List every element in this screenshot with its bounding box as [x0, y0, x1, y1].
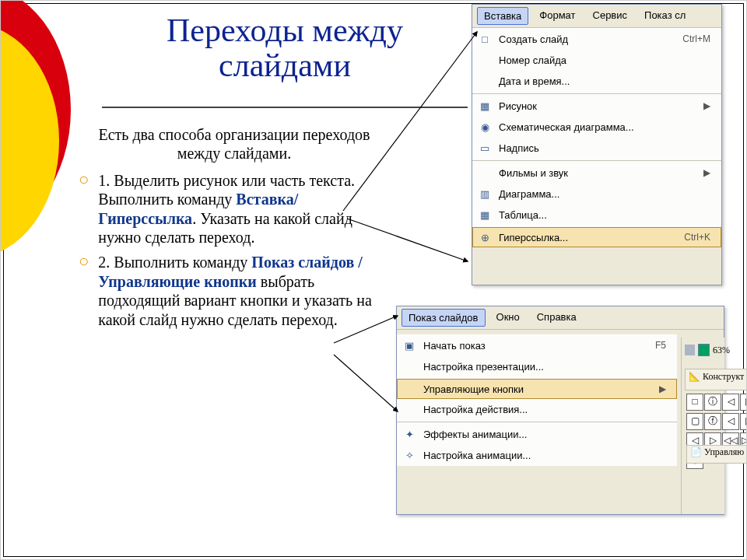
menu-item-shortcut: F5 [655, 340, 666, 351]
menu-item-label: Номер слайда [499, 54, 710, 66]
menu-item-label: Таблица... [499, 209, 710, 221]
insert-menubar: Вставка Формат Сервис Показ сл [472, 5, 721, 28]
zoom-value[interactable]: 63% [713, 345, 730, 356]
tab-slideshow[interactable]: Показ сл [638, 7, 692, 25]
menu-item-icon [402, 382, 417, 396]
menu-item[interactable]: Фильмы и звук▶ [472, 160, 721, 184]
list-item: ○ 2. Выполнить команду Показ слайдов / У… [79, 253, 390, 329]
menu-item-label: Гиперссылка... [499, 232, 678, 243]
menu-item-icon: ◉ [477, 120, 493, 134]
action-button[interactable]: ▷ [740, 394, 747, 411]
menu-item[interactable]: ▦Рисунок▶ [472, 93, 721, 117]
menu-item-icon: ✦ [402, 427, 417, 441]
menu-item-label: Управляющие кнопки [423, 383, 653, 395]
menu-item[interactable]: Настройка презентации... [397, 356, 677, 377]
action-buttons-label[interactable]: 📄 Управляю [686, 445, 747, 464]
title-rule [102, 107, 468, 108]
bullet-icon: ○ [79, 253, 89, 329]
menu-item-label: Фильмы и звук [499, 167, 697, 179]
item2-num: 2. [98, 254, 114, 271]
menu-item-label: Эффекты анимации... [423, 429, 666, 440]
menu-item-icon: ⊕ [477, 230, 493, 244]
tab-insert[interactable]: Вставка [477, 7, 528, 25]
aa-icon[interactable] [685, 345, 695, 355]
designer-label: Конструкт [703, 371, 744, 382]
item1-a: Выделить рисунок или часть текста. Выпол… [98, 172, 355, 208]
item1-num: 1. [98, 172, 114, 189]
menu-item[interactable]: ◉Схематическая диаграмма... [472, 117, 721, 138]
menu-item-icon: ▭ [477, 141, 493, 155]
menu-item-icon: ✧ [402, 448, 417, 462]
item2-a: Выполнить команду [114, 254, 251, 271]
slideshow-menu-panel: Показ слайдов Окно Справка ▣Начать показ… [396, 306, 724, 515]
menu-item-label: Настройка анимации... [423, 450, 666, 461]
action-button[interactable]: ▢ [686, 413, 703, 430]
menu-item-shortcut: Ctrl+M [682, 33, 710, 44]
tab-format[interactable]: Формат [533, 7, 581, 25]
menu-item-label: Надпись [499, 142, 710, 154]
action-buttons-text: Управляю [704, 446, 744, 457]
menu-item-icon: □ [477, 32, 493, 46]
menu-item[interactable]: Номер слайда [472, 50, 721, 71]
list-item: ○ 1. Выделить рисунок или часть текста. … [79, 171, 390, 247]
menu-item[interactable]: ✦Эффекты анимации... [397, 422, 677, 445]
menu-item-icon [402, 359, 417, 373]
menu-item[interactable]: ⊕Гиперссылка...Ctrl+K [472, 227, 721, 247]
menu-item-shortcut: ▶ [703, 100, 710, 111]
menu-item[interactable]: Настройка действия... [397, 399, 677, 420]
action-button[interactable]: ▷ [740, 413, 747, 430]
bullet-icon: ○ [79, 171, 89, 247]
menu-item-icon [477, 166, 493, 180]
menu-item-label: Начать показ [423, 340, 649, 352]
action-button[interactable]: □ [686, 394, 703, 411]
action-button[interactable]: ⓘ [704, 394, 721, 411]
menu-item-icon: ▦ [477, 208, 493, 222]
menu-item-label: Рисунок [499, 100, 697, 112]
menu-item[interactable]: ▭Надпись [472, 138, 721, 159]
action-button[interactable]: ◁ [722, 413, 739, 430]
menu-item-icon [402, 402, 417, 416]
tab-slideshow[interactable]: Показ слайдов [402, 309, 486, 327]
menu-item[interactable]: Управляющие кнопки▶ [397, 379, 677, 399]
svg-line-3 [334, 355, 398, 411]
menu-item-icon: ▦ [477, 99, 493, 113]
tab-service[interactable]: Сервис [587, 7, 634, 25]
menu-item[interactable]: ▦Таблица... [472, 205, 721, 226]
menu-item-label: Диаграмма... [499, 188, 710, 200]
menu-item-shortcut: Ctrl+K [684, 232, 710, 243]
menu-item-icon: ▥ [477, 187, 493, 201]
insert-menu-panel: Вставка Формат Сервис Показ сл □Создать … [472, 4, 722, 285]
menu-item-label: Настройка действия... [423, 404, 666, 415]
menu-item-icon [477, 53, 493, 67]
menu-item[interactable]: ✧Настройка анимации... [397, 445, 677, 466]
menu-item[interactable]: ▥Диаграмма... [472, 184, 721, 205]
menu-item-shortcut: ▶ [659, 383, 666, 394]
menu-item-label: Создать слайд [499, 33, 676, 45]
slide-title: Переходы между слайдами [102, 13, 468, 84]
menu-item[interactable]: □Создать слайдCtrl+M [472, 29, 721, 50]
body-text: Есть два способа организации переходов м… [79, 125, 390, 329]
menu-item-label: Дата и время... [499, 75, 710, 87]
tab-window[interactable]: Окно [490, 309, 526, 327]
menu-item[interactable]: ▣Начать показF5 [397, 335, 677, 356]
menu-item-label: Схематическая диаграмма... [499, 121, 710, 133]
lead-text: Есть два способа организации переходов м… [79, 125, 390, 163]
menu-item[interactable]: Дата и время... [472, 71, 721, 92]
tab-help[interactable]: Справка [531, 309, 583, 327]
zoom-toolbar: 63% [685, 338, 730, 362]
designer-button[interactable]: 📐 Конструкт [685, 369, 747, 390]
color-swatch[interactable] [698, 344, 710, 356]
menu-item-icon [477, 74, 493, 88]
action-button[interactable]: ◁ [722, 394, 739, 411]
menu-item-label: Настройка презентации... [423, 361, 666, 373]
menu-item-shortcut: ▶ [703, 167, 710, 178]
show-menubar: Показ слайдов Окно Справка [397, 306, 724, 330]
action-button[interactable]: ⓕ [704, 413, 721, 430]
menu-item-icon: ▣ [402, 338, 417, 352]
